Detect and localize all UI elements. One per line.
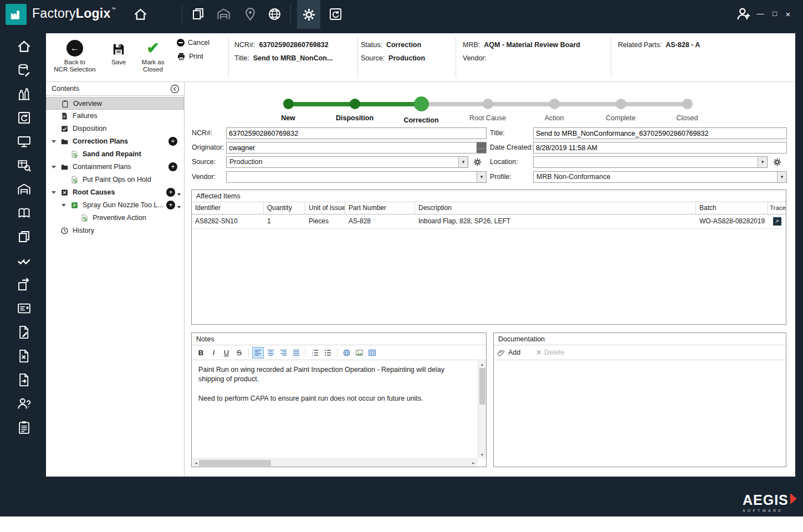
- tree-item-correction-plans[interactable]: Correction Plans +: [46, 135, 184, 148]
- underline-button[interactable]: U: [221, 347, 232, 359]
- factory-logo-icon[interactable]: [6, 4, 27, 25]
- align-left-button[interactable]: [252, 347, 264, 359]
- documents-icon[interactable]: [191, 7, 206, 22]
- title-input[interactable]: [533, 127, 787, 139]
- trace-icon[interactable]: ↗: [773, 217, 781, 226]
- source-select[interactable]: Production ▾: [226, 156, 468, 168]
- sidebar-clipboard-report-icon[interactable]: [17, 420, 32, 435]
- add-root-cause-button[interactable]: +: [166, 188, 175, 197]
- sidebar-copy-pages-icon[interactable]: [17, 229, 32, 244]
- add-correction-plan-button[interactable]: +: [168, 137, 177, 146]
- settings-gear-button[interactable]: [297, 0, 320, 29]
- sidebar-export-icon[interactable]: [17, 277, 32, 292]
- save-button[interactable]: Save: [105, 37, 132, 66]
- align-right-button[interactable]: [278, 347, 289, 359]
- profile-select[interactable]: MRB Non-Conformance ▾: [533, 171, 787, 183]
- collapse-panel-icon[interactable]: [170, 84, 180, 94]
- sidebar-user-question-icon[interactable]: [17, 396, 32, 411]
- tree-item-containment-plans[interactable]: Containment Plans +: [46, 161, 184, 173]
- network-dome-icon[interactable]: [216, 7, 231, 22]
- expander-caret[interactable]: [52, 191, 56, 194]
- delete-attachment-button[interactable]: ✕Delete: [536, 349, 564, 356]
- tree-item-failures[interactable]: Failures: [46, 110, 184, 122]
- sidebar-box-refresh-icon[interactable]: [17, 110, 32, 125]
- expander-caret[interactable]: [52, 140, 56, 143]
- tree-item-spray-gun-nozzle[interactable]: Spray Gun Nozzle Too L... +: [46, 199, 184, 212]
- tree-item-overview[interactable]: Overview: [46, 97, 184, 110]
- scroll-right-icon[interactable]: ►: [472, 461, 475, 465]
- align-center-button[interactable]: [265, 347, 277, 359]
- add-root-cause-menu-caret[interactable]: [177, 193, 181, 196]
- column-header-unit-of-issue[interactable]: Unit of Issue: [305, 202, 345, 214]
- sidebar-database-edit-icon[interactable]: [17, 63, 32, 78]
- scrollbar-thumb[interactable]: [479, 368, 485, 405]
- print-button[interactable]: Print: [177, 52, 209, 61]
- location-select[interactable]: ▾: [533, 156, 768, 168]
- globe-icon[interactable]: [267, 7, 282, 22]
- home-icon[interactable]: [133, 7, 148, 22]
- sidebar-materials-rack-icon[interactable]: [17, 86, 32, 101]
- expander-caret[interactable]: [62, 204, 66, 207]
- tree-item-preventive-action[interactable]: Preventive Action: [46, 212, 184, 224]
- add-action-menu-caret[interactable]: [177, 206, 181, 208]
- vendor-select[interactable]: ▾: [226, 171, 487, 183]
- numbered-list-button[interactable]: [309, 347, 321, 359]
- notes-hscrollbar[interactable]: ◄ ►: [192, 458, 478, 467]
- insert-image-button[interactable]: [354, 347, 365, 359]
- sidebar-id-card-icon[interactable]: [17, 301, 32, 316]
- scrollbar-thumb[interactable]: [199, 460, 271, 466]
- back-to-ncr-selection-button[interactable]: ← Back toNCR Selection: [49, 37, 100, 73]
- notes-editor[interactable]: Paint Run on wing recorded at Paint Insp…: [192, 361, 478, 458]
- tree-item-disposition[interactable]: Disposition: [46, 122, 184, 135]
- column-header-batch[interactable]: Batch: [696, 202, 768, 214]
- mark-as-closed-button[interactable]: ✔ Mark asClosed: [135, 37, 171, 73]
- originator-lookup-button[interactable]: …: [477, 142, 486, 153]
- ncr-number-input[interactable]: [226, 127, 487, 139]
- bold-button[interactable]: B: [195, 347, 207, 359]
- affected-item-row[interactable]: AS8282-SN10 1 Pieces AS-828 Inboard Flap…: [192, 214, 786, 229]
- bullet-list-button[interactable]: [322, 347, 334, 359]
- insert-link-button[interactable]: [341, 347, 352, 359]
- sidebar-double-check-icon[interactable]: [17, 253, 32, 268]
- tree-item-sand-and-repaint[interactable]: Sand and Repaint: [46, 148, 184, 161]
- date-created-input[interactable]: [533, 142, 787, 154]
- tree-item-put-paint-ops-on-hold[interactable]: Put Paint Ops on Hold: [46, 173, 184, 186]
- justify-button[interactable]: [290, 347, 302, 359]
- insert-table-button[interactable]: [366, 347, 378, 359]
- column-header-part-number[interactable]: Part Number: [345, 202, 415, 214]
- column-header-trace[interactable]: Trace: [768, 202, 786, 214]
- user-add-icon[interactable]: [735, 6, 751, 22]
- column-header-description[interactable]: Description: [415, 202, 696, 214]
- strikethrough-button[interactable]: S: [233, 347, 245, 359]
- close-button[interactable]: ×: [782, 9, 794, 19]
- sidebar-document-forward-icon[interactable]: [17, 372, 32, 387]
- scroll-left-icon[interactable]: ◄: [194, 461, 198, 465]
- sidebar-warehouse-icon[interactable]: [17, 182, 32, 197]
- expander-caret[interactable]: [52, 166, 56, 168]
- history-panel-icon[interactable]: [328, 7, 343, 22]
- notes-vscrollbar[interactable]: ▲ ▼: [478, 361, 486, 458]
- tree-item-history[interactable]: History: [46, 224, 184, 237]
- maximize-button[interactable]: □: [769, 9, 780, 18]
- sidebar-document-edit-icon[interactable]: [17, 325, 32, 340]
- column-header-quantity[interactable]: Quantity: [264, 202, 305, 214]
- column-header-identifier[interactable]: Identifier: [192, 202, 264, 214]
- sidebar-home-icon[interactable]: [17, 39, 32, 54]
- scroll-up-icon[interactable]: ▲: [478, 362, 486, 366]
- sidebar-monitor-icon[interactable]: [17, 134, 32, 149]
- sidebar-book-icon[interactable]: [17, 206, 32, 221]
- source-settings-gear-icon[interactable]: [473, 157, 482, 167]
- tree-item-root-causes[interactable]: Root Causes +: [46, 186, 184, 199]
- add-attachment-button[interactable]: Add: [497, 349, 520, 357]
- originator-input[interactable]: [226, 142, 487, 154]
- minimize-button[interactable]: —: [755, 9, 766, 18]
- sidebar-table-search-icon[interactable]: [17, 158, 32, 173]
- scroll-down-icon[interactable]: ▼: [478, 453, 486, 457]
- add-action-button[interactable]: +: [166, 201, 175, 209]
- location-settings-gear-icon[interactable]: [773, 157, 782, 167]
- sidebar-document-reject-icon[interactable]: [17, 349, 32, 364]
- location-pin-icon[interactable]: [243, 7, 258, 22]
- add-containment-plan-button[interactable]: +: [168, 162, 177, 171]
- italic-button[interactable]: I: [208, 347, 219, 359]
- cancel-button[interactable]: Cancel: [177, 39, 209, 47]
